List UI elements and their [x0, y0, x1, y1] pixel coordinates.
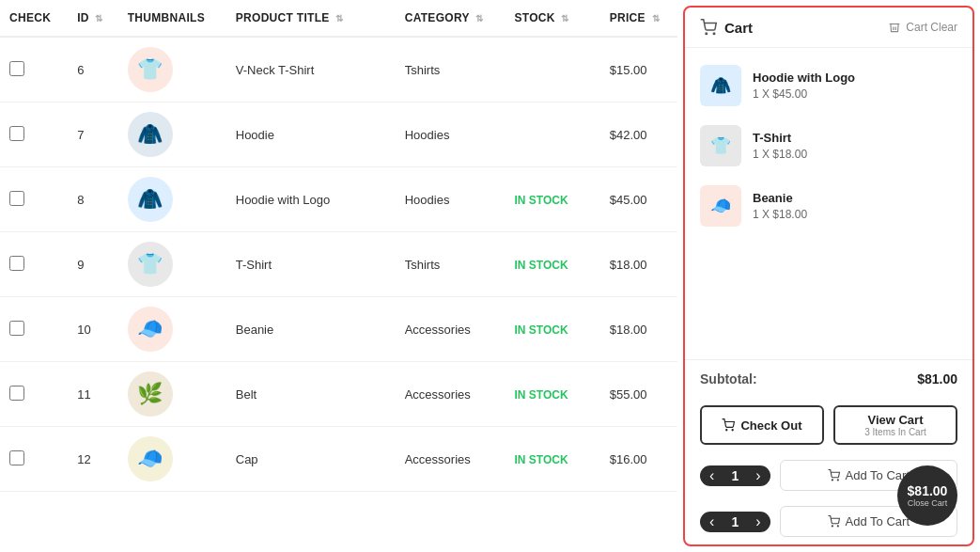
row-checkbox-cell	[0, 362, 68, 427]
thumbnail-circle: 🧢	[128, 307, 173, 352]
sort-title-icon[interactable]: ⇅	[335, 13, 343, 24]
qty-decrease-1[interactable]: ‹	[706, 468, 718, 483]
svg-point-5	[837, 480, 838, 481]
row-category: Hoodies	[396, 167, 506, 232]
thumbnail-circle: 👕	[128, 242, 173, 287]
row-category: Accessories	[396, 427, 506, 492]
product-emoji: 🧢	[137, 447, 163, 471]
view-cart-button[interactable]: View Cart 3 Items In Cart	[833, 405, 957, 445]
product-emoji: 👕	[137, 252, 163, 276]
add-cart-icon-1	[828, 469, 840, 481]
row-price: $15.00	[600, 37, 677, 103]
sort-price-icon[interactable]: ⇅	[652, 13, 660, 24]
cart-item-name: T-Shirt	[753, 131, 957, 145]
sort-id-icon[interactable]: ⇅	[95, 13, 102, 24]
checkout-button[interactable]: Check Out	[700, 405, 824, 445]
cart-item-name: Beanie	[753, 191, 957, 205]
qty-increase-2[interactable]: ›	[752, 514, 764, 529]
thumbnail-circle: 🧥	[128, 177, 173, 222]
row-checkbox[interactable]	[9, 450, 24, 465]
qty-increase-1[interactable]: ›	[752, 468, 764, 483]
cart-header: Cart Cart Clear	[685, 8, 972, 48]
svg-point-2	[726, 430, 727, 431]
row-category: Hoodies	[396, 103, 506, 167]
row-checkbox[interactable]	[9, 191, 24, 206]
price-value: $42.00	[610, 128, 647, 142]
cart-item-emoji: 👕	[710, 135, 731, 156]
thumbnail-circle: 🧢	[128, 436, 173, 481]
col-check: CHECK	[0, 0, 68, 37]
svg-point-7	[837, 526, 838, 527]
row-checkbox-cell	[0, 37, 68, 103]
cart-item-emoji: 🧥	[710, 75, 731, 96]
row-checkbox[interactable]	[9, 61, 24, 76]
row-checkbox-cell	[0, 297, 68, 362]
cart-item: 👕 T-Shirt 1 X $18.00	[685, 116, 972, 176]
row-thumbnail: 👕	[118, 232, 226, 297]
row-product-title: V-Neck T-Shirt	[226, 37, 396, 103]
cart-subtotal: Subtotal: $81.00	[685, 359, 972, 398]
row-price: $16.00	[600, 427, 677, 492]
cart-item-info: Hoodie with Logo 1 X $45.00	[753, 71, 957, 101]
table-row: 12 🧢 Cap Accessories IN STOCK $16.00	[0, 427, 677, 492]
cart-clear-button[interactable]: Cart Clear	[888, 21, 957, 34]
cart-item-emoji: 🧢	[710, 196, 731, 216]
row-price: $45.00	[600, 167, 677, 232]
in-stock-badge: IN STOCK	[514, 194, 568, 207]
row-category: Tshirts	[396, 232, 506, 297]
table-row: 11 🌿 Belt Accessories IN STOCK $55.00	[0, 362, 677, 427]
row-product-title: Hoodie with Logo	[226, 167, 396, 232]
in-stock-badge: IN STOCK	[514, 323, 568, 337]
table-row: 10 🧢 Beanie Accessories IN STOCK $18.00	[0, 297, 677, 362]
svg-point-4	[832, 480, 832, 481]
row-price: $18.00	[600, 232, 677, 297]
sort-cat-icon[interactable]: ⇅	[475, 13, 483, 24]
row-id: 6	[68, 37, 117, 103]
cart-item-thumbnail: 🧥	[700, 65, 741, 106]
col-price: PRICE ⇅	[600, 0, 677, 37]
table-row: 6 👕 V-Neck T-Shirt Tshirts $15.00	[0, 37, 677, 103]
product-emoji: 🧢	[137, 317, 163, 341]
thumbnail-circle: 🧥	[128, 112, 173, 157]
cart-actions: Check Out View Cart 3 Items In Cart	[685, 398, 972, 452]
product-emoji: 🧥	[137, 187, 163, 212]
cart-item-info: Beanie 1 X $18.00	[753, 191, 957, 221]
row-thumbnail: 🧢	[118, 297, 226, 362]
row-stock: IN STOCK	[505, 167, 599, 232]
cart-item-price: 1 X $18.00	[753, 148, 957, 161]
price-value: $16.00	[610, 452, 647, 466]
qty-value-1: 1	[725, 468, 744, 483]
row-checkbox-cell	[0, 232, 68, 297]
qty-decrease-2[interactable]: ‹	[706, 514, 718, 529]
cart-item-name: Hoodie with Logo	[753, 71, 957, 85]
row-checkbox[interactable]	[9, 321, 24, 336]
row-thumbnail: 👕	[118, 37, 226, 103]
cart-panel: Cart Cart Clear 🧥 Hoodie with Logo 1 X $…	[683, 6, 974, 546]
row-product-title: Belt	[226, 362, 396, 427]
product-table: CHECK ID ⇅ THUMBNAILS PRODUCT TITLE ⇅ CA…	[0, 0, 677, 552]
col-id: ID ⇅	[68, 0, 117, 37]
row-price: $42.00	[600, 103, 677, 167]
cart-title: Cart	[700, 19, 753, 36]
cart-item-thumbnail: 🧢	[700, 185, 741, 227]
sort-stock-icon[interactable]: ⇅	[561, 13, 568, 24]
row-id: 12	[68, 427, 117, 492]
cart-item: 🧢 Beanie 1 X $18.00	[685, 176, 972, 236]
svg-point-3	[733, 430, 734, 431]
row-category: Accessories	[396, 362, 506, 427]
price-value: $18.00	[610, 258, 647, 272]
close-cart-button[interactable]: $81.00 Close Cart	[897, 465, 957, 526]
row-stock: IN STOCK	[505, 297, 599, 362]
row-category: Accessories	[396, 297, 506, 362]
row-checkbox[interactable]	[9, 386, 24, 401]
row-checkbox[interactable]	[9, 126, 24, 141]
in-stock-badge: IN STOCK	[514, 259, 568, 272]
col-category: CATEGORY ⇅	[396, 0, 506, 37]
product-emoji: 👕	[137, 57, 163, 82]
row-checkbox[interactable]	[9, 256, 24, 271]
row-stock: IN STOCK	[505, 427, 599, 492]
checkout-cart-icon	[722, 418, 735, 432]
row-category: Tshirts	[396, 37, 506, 103]
cart-item-thumbnail: 👕	[700, 125, 741, 166]
qty-value-2: 1	[725, 514, 744, 529]
